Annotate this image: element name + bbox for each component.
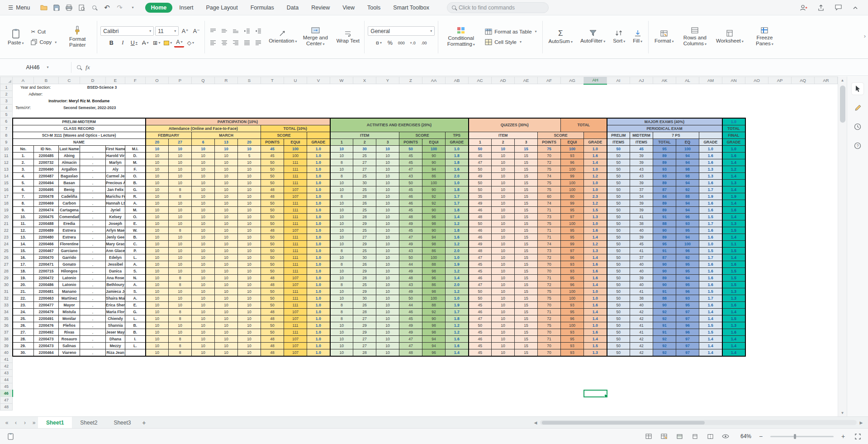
cell[interactable] <box>792 91 815 98</box>
cell[interactable] <box>215 105 238 111</box>
cell[interactable]: 70 <box>538 261 561 267</box>
cell[interactable]: 43 <box>630 172 653 179</box>
cell[interactable]: 10 <box>492 295 515 301</box>
cell[interactable]: 95 <box>561 227 584 234</box>
cell[interactable]: 50 <box>469 179 492 186</box>
cell[interactable] <box>446 84 469 91</box>
decrease-decimal-button[interactable]: .00 <box>419 38 429 48</box>
cell[interactable]: 92 <box>653 349 676 356</box>
column-header[interactable]: AP <box>768 77 792 84</box>
cell[interactable] <box>768 98 792 105</box>
cell[interactable]: 10 <box>330 186 353 193</box>
cell[interactable] <box>192 377 215 383</box>
cell[interactable]: 93 <box>653 166 676 172</box>
cell[interactable] <box>13 404 34 411</box>
cell[interactable]: 1.3 <box>722 295 745 301</box>
cell[interactable]: 49 <box>399 329 422 335</box>
cell[interactable]: , <box>80 152 106 159</box>
cell[interactable]: 1.3 <box>584 213 607 220</box>
cell[interactable]: 75 <box>538 295 561 301</box>
cell[interactable] <box>146 377 169 383</box>
cell[interactable] <box>238 404 261 411</box>
cell[interactable]: 100 <box>676 145 699 152</box>
cell[interactable]: 1.4 <box>722 159 745 166</box>
cell[interactable]: 8 <box>330 281 353 288</box>
cell[interactable]: 10 <box>169 179 192 186</box>
cell[interactable]: 10 <box>492 247 515 254</box>
cell[interactable]: 45 <box>469 267 492 274</box>
cell[interactable]: 1.6 <box>722 261 745 267</box>
cell[interactable] <box>330 397 353 404</box>
cell[interactable] <box>146 370 169 377</box>
cell[interactable]: 10 <box>146 329 169 335</box>
cell[interactable]: A. <box>125 281 146 288</box>
cell[interactable]: 89 <box>653 179 676 186</box>
cell[interactable]: 47 <box>469 315 492 322</box>
cell[interactable]: 93 <box>676 220 699 227</box>
cell[interactable]: Estrera <box>59 227 80 234</box>
ribbon-tab-home[interactable]: Home <box>145 3 173 13</box>
cell[interactable] <box>13 111 34 118</box>
cell[interactable] <box>353 397 376 404</box>
cell[interactable]: 45 <box>469 349 492 356</box>
column-header[interactable]: AB <box>446 77 469 84</box>
cell[interactable]: 70 <box>538 329 561 335</box>
cell[interactable]: 10 <box>238 193 261 200</box>
cell[interactable]: 10 <box>492 274 515 281</box>
column-header[interactable]: E <box>106 77 125 84</box>
cell[interactable]: 1.4 <box>722 349 745 356</box>
align-bottom-button[interactable] <box>231 26 241 36</box>
cell[interactable]: , <box>80 159 106 166</box>
cell[interactable]: 1.5 <box>699 213 722 220</box>
cell[interactable] <box>469 91 492 98</box>
cell[interactable]: 10 <box>169 329 192 335</box>
cell[interactable] <box>768 261 792 267</box>
cell[interactable]: 10 <box>238 206 261 213</box>
cell[interactable] <box>376 363 399 370</box>
cell[interactable]: 87 <box>653 186 676 193</box>
percent-style-button[interactable]: % <box>385 38 395 48</box>
sheet-tab-sheet2[interactable]: Sheet2 <box>72 417 105 428</box>
cell[interactable] <box>59 397 80 404</box>
cell[interactable]: 75 <box>538 186 561 193</box>
cell[interactable]: 1.5 <box>722 281 745 288</box>
cell[interactable]: 2200463 <box>34 295 59 301</box>
cell[interactable]: 50 <box>607 308 630 315</box>
cell[interactable]: 1.0 <box>446 145 469 152</box>
cell[interactable]: Bethloury <box>106 281 125 288</box>
cell[interactable]: 25 <box>353 172 376 179</box>
cell[interactable]: , <box>80 261 106 267</box>
cell[interactable] <box>492 383 515 390</box>
cell[interactable] <box>215 363 238 370</box>
cell[interactable]: 1.6 <box>584 329 607 335</box>
cell[interactable] <box>584 383 607 390</box>
cell[interactable]: 15 <box>515 193 538 200</box>
cell[interactable]: Basan <box>59 179 80 186</box>
clipboard-status-button[interactable] <box>5 431 15 441</box>
cell[interactable]: 1.0 <box>307 172 330 179</box>
column-header[interactable]: W <box>330 77 353 84</box>
cell[interactable] <box>34 404 59 411</box>
cell[interactable] <box>80 370 106 377</box>
cell[interactable]: 15 <box>515 247 538 254</box>
cell[interactable]: 1.0 <box>307 288 330 295</box>
cell[interactable]: SCI-M 3111 (Waves and Optics - Lecture) <box>13 132 146 138</box>
cell[interactable]: 10 <box>238 213 261 220</box>
cell[interactable]: 46 <box>399 308 422 315</box>
cell[interactable]: 10 <box>215 315 238 322</box>
cell[interactable] <box>469 377 492 383</box>
cell[interactable] <box>815 308 838 315</box>
cell[interactable] <box>768 342 792 349</box>
cell[interactable] <box>699 91 722 98</box>
cell[interactable] <box>538 363 561 370</box>
cell[interactable]: 90 <box>422 227 446 234</box>
cell[interactable]: 1.5 <box>699 288 722 295</box>
cell[interactable] <box>676 370 699 377</box>
cell[interactable]: 10 <box>238 274 261 281</box>
cell[interactable]: 1.4 <box>699 335 722 342</box>
cell[interactable] <box>376 397 399 404</box>
cell[interactable]: 1.3 <box>722 288 745 295</box>
cell[interactable]: 10 <box>146 274 169 281</box>
cell[interactable]: 10 <box>376 213 399 220</box>
cell[interactable]: 72 <box>538 315 561 322</box>
